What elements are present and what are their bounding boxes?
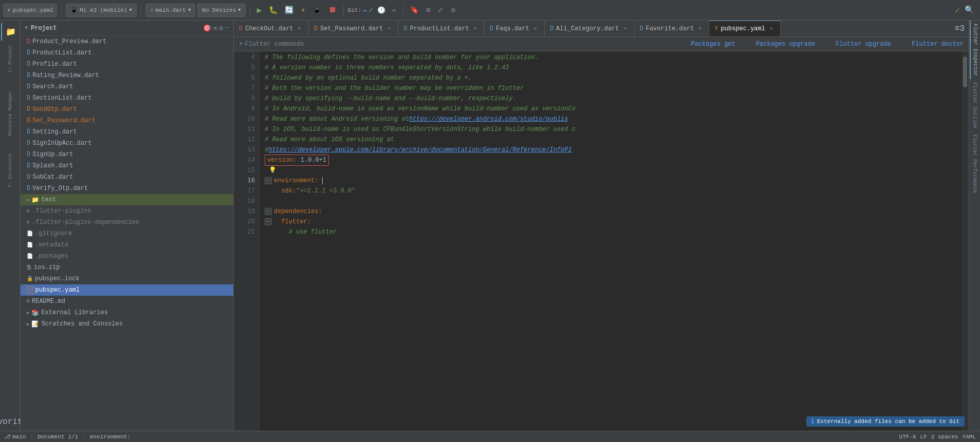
flutter-performance-tab[interactable]: Flutter Performance <box>970 131 979 196</box>
debug-button[interactable]: 🐛 <box>266 4 280 17</box>
context-item[interactable]: environment: <box>90 434 131 440</box>
flutter-outline-tab[interactable]: Flutter Outline <box>970 79 979 131</box>
sidebar-item-scratches[interactable]: ▶ 📝 Scratches and Consoles <box>21 318 233 330</box>
structure-icon[interactable]: 1: Project <box>7 43 14 75</box>
hide-icon[interactable]: − <box>225 24 229 32</box>
main-dart-selector[interactable]: ⚡ main.dart ▼ <box>145 4 195 17</box>
flutter-doctor-button[interactable]: Flutter doctor <box>912 41 964 48</box>
sidebar-item-subcat[interactable]: D SubCat.dart <box>21 171 233 183</box>
sidebar-item-search[interactable]: D Search.dart <box>21 81 233 92</box>
sidebar-item-signinup[interactable]: D SignInUpAcc.dart <box>21 138 233 149</box>
tab-pubspec-yaml[interactable]: Y pubspec.yaml × <box>709 21 781 37</box>
git-check-icon[interactable]: ✓ <box>369 6 373 14</box>
packages-get-button[interactable]: Packages get <box>691 41 735 48</box>
resource-manager-icon[interactable]: Resource Manager <box>7 89 14 138</box>
sidebar-item-setting[interactable]: D Setting.dart <box>21 126 233 138</box>
packages-upgrade-button[interactable]: Packages upgrade <box>756 41 815 48</box>
fold-button-16[interactable]: − <box>265 177 272 184</box>
code-line-16[interactable]: − environment: <box>265 176 961 186</box>
collapse-all-icon[interactable]: ⇉ <box>213 24 217 32</box>
scroll-thumb[interactable] <box>963 56 967 87</box>
layout-button[interactable]: ⊞ <box>423 4 433 17</box>
back-button[interactable]: ⚡ pubspec.yaml <box>3 4 57 17</box>
sidebar-item-sectionlist[interactable]: D SectionList.dart <box>21 92 233 104</box>
tab-close-icon[interactable]: × <box>768 25 775 32</box>
expand-button[interactable]: ⤢ <box>435 4 446 17</box>
reload-button[interactable]: 🔄 <box>282 4 296 17</box>
sidebar-item-rating[interactable]: D Rating_Review.dart <box>21 70 233 81</box>
no-devices-button[interactable]: No Devices ▼ <box>197 4 245 17</box>
device-selector[interactable]: 📱 Mi A3 (mobile) ▼ <box>66 4 137 17</box>
yaml-icon: Y <box>27 286 33 294</box>
bookmark-button[interactable]: 🔖 <box>408 4 421 17</box>
tab-overflow-button[interactable]: ≡3 <box>951 24 969 33</box>
git-toast[interactable]: ℹ Externally added files can be added to… <box>806 416 965 427</box>
file-name: .flutter-plugins <box>32 207 91 215</box>
tab-close-icon[interactable]: × <box>385 25 393 32</box>
tab-close-icon[interactable]: × <box>622 25 629 32</box>
sidebar-item-flutter-plugins-deps[interactable]: ⚙ .flutter-plugins-dependencies <box>21 217 233 228</box>
structure2-icon[interactable]: 7: Structure <box>7 152 14 189</box>
editor-scrollbar[interactable] <box>961 51 969 431</box>
encoding-item[interactable]: UTF-8 <box>899 434 916 440</box>
sidebar-item-setpassword[interactable]: D Set_Password.dart <box>21 115 233 126</box>
spaces-item[interactable]: 2 spaces <box>931 434 958 440</box>
git-pencil-icon[interactable]: ✏ <box>363 6 367 14</box>
sidebar-item-product-preview[interactable]: D Product_Preview.dart <box>21 36 233 47</box>
tab-checkout[interactable]: D CheckOut.dart × <box>234 21 309 37</box>
sidebar-item-external-libraries[interactable]: ▶ 📚 External Libraries <box>21 307 233 318</box>
git-undo-icon[interactable]: ↩ <box>390 4 399 17</box>
code-editor: 4 5 6 7 8 9 10 11 12 13 14 15 16 17 18 1… <box>234 51 969 431</box>
dart-icon: D <box>27 72 30 79</box>
sidebar-expand-icon[interactable]: ▼ <box>25 25 28 31</box>
settings-button[interactable]: ⚙ <box>448 4 457 17</box>
tab-close-icon[interactable]: × <box>532 25 539 32</box>
sidebar-item-pubspec-yaml[interactable]: Y pubspec.yaml <box>21 284 233 296</box>
flutter-upgrade-button[interactable]: Flutter upgrade <box>836 41 891 48</box>
tab-productlist[interactable]: D ProductList.dart × <box>398 21 484 37</box>
stop-button[interactable]: ⏹ <box>326 4 339 17</box>
search-button[interactable]: 🔍 <box>962 4 977 17</box>
lightbulb-icon[interactable]: 💡 <box>269 165 276 176</box>
sidebar-item-pubspec-lock[interactable]: 🔒 pubspec.lock <box>21 273 233 284</box>
run-button[interactable]: ▶ <box>254 4 265 17</box>
flutter-inspector-tab[interactable]: Flutter Inspector <box>970 21 979 79</box>
fold-button-20[interactable]: − <box>265 218 272 225</box>
sidebar-item-readme[interactable]: M README.md <box>21 296 233 307</box>
tab-setpassword[interactable]: D Set_Password.dart × <box>309 21 399 37</box>
tab-allcategory[interactable]: D All_Category.dart × <box>545 21 635 37</box>
git-status-item[interactable]: ⎇ main <box>4 433 26 440</box>
doc-info-item[interactable]: Document 1/1 <box>38 434 78 440</box>
tab-close-icon[interactable]: × <box>696 25 704 32</box>
app-title: pubspec.yaml <box>13 7 53 13</box>
sidebar-item-ios-zip[interactable]: 🗜 ios.zip <box>21 262 233 273</box>
code-content[interactable]: # The following defines the version and … <box>260 51 961 431</box>
sidebar-item-flutter-plugins[interactable]: ⚙ .flutter-plugins <box>21 205 233 217</box>
lightning-button[interactable]: ⚡ <box>298 4 307 17</box>
link-text2[interactable]: https://developer.apple.com/library/arch… <box>268 145 572 155</box>
phone-button[interactable]: 📱 <box>310 4 324 17</box>
sidebar-item-verifyotp[interactable]: D Verify_Otp.dart <box>21 183 233 194</box>
sidebar-item-sendotp[interactable]: D SendOtp.dart <box>21 104 233 115</box>
tab-close-icon[interactable]: × <box>296 25 303 32</box>
sidebar-item-packages[interactable]: 📄 .packages <box>21 251 233 262</box>
tab-close-icon[interactable]: × <box>472 25 479 32</box>
tab-favorite[interactable]: D Favorite.dart × <box>635 21 710 37</box>
yaml-lang-item[interactable]: YAML <box>963 434 976 440</box>
flutter-icon: ⚡ <box>150 7 154 13</box>
sidebar-item-profile[interactable]: D Profile.dart <box>21 59 233 70</box>
fold-button-19[interactable]: − <box>265 208 272 215</box>
sidebar-item-metadata[interactable]: 📄 .metadata <box>21 239 233 251</box>
git-history-icon[interactable]: 🕐 <box>375 4 388 17</box>
project-icon[interactable]: 📁 <box>1 23 20 41</box>
line-sep-item[interactable]: LF <box>920 434 927 440</box>
sidebar-item-signup[interactable]: D SignUp.dart <box>21 149 233 160</box>
locate-icon[interactable]: 🎯 <box>203 24 211 32</box>
tab-faqs[interactable]: D Faqs.dart × <box>485 21 545 37</box>
sidebar-item-gitignore[interactable]: 📄 .gitignore <box>21 228 233 239</box>
settings-icon[interactable]: ⚙ <box>219 24 223 32</box>
sidebar-item-test[interactable]: ▶ 📁 test <box>21 194 233 205</box>
sidebar-item-productlist[interactable]: D ProductList.dart <box>21 47 233 59</box>
sidebar-item-splash[interactable]: D Splash.dart <box>21 160 233 171</box>
link-text[interactable]: https://developer.android.com/studio/pub… <box>409 114 568 124</box>
